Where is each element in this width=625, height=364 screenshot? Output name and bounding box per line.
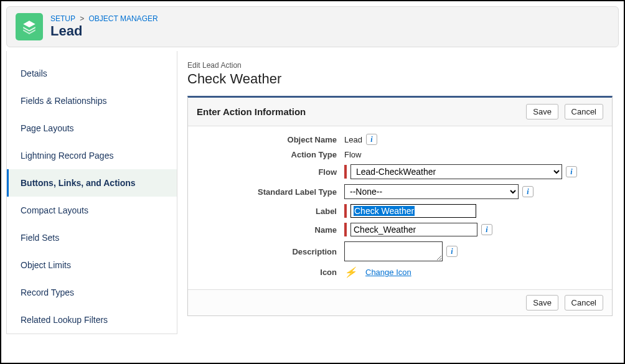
- icon-label: Icon: [198, 268, 344, 277]
- save-button-top[interactable]: Save: [526, 104, 558, 119]
- sidebar: Details Fields & Relationships Page Layo…: [6, 51, 177, 334]
- sidebar-item-compact-layouts[interactable]: Compact Layouts: [7, 197, 177, 224]
- breadcrumb: SETUP > OBJECT MANAGER: [50, 14, 158, 23]
- required-marker: [344, 165, 347, 179]
- info-icon[interactable]: i: [446, 246, 458, 257]
- breadcrumb-object-manager[interactable]: OBJECT MANAGER: [89, 14, 158, 23]
- sidebar-item-fields[interactable]: Fields & Relationships: [7, 87, 177, 114]
- name-input[interactable]: [350, 223, 477, 236]
- sidebar-item-record-types[interactable]: Record Types: [7, 279, 177, 306]
- sidebar-item-object-limits[interactable]: Object Limits: [7, 251, 177, 279]
- flow-select[interactable]: Lead-CheckWeather: [350, 164, 562, 179]
- name-label: Name: [198, 225, 344, 235]
- save-button-bottom[interactable]: Save: [526, 295, 558, 310]
- panel-footer: Save Cancel: [188, 289, 612, 315]
- action-type-label: Action Type: [198, 150, 344, 159]
- main-content: Edit Lead Action Check Weather Enter Act…: [177, 51, 619, 334]
- sidebar-item-details[interactable]: Details: [7, 60, 177, 87]
- form-body: Object Name Lead i Action Type Flow Fl: [188, 126, 612, 289]
- cancel-button-top[interactable]: Cancel: [565, 104, 603, 119]
- bolt-icon: ⚡: [344, 266, 357, 278]
- label-input-wrap: Check Weather: [350, 204, 476, 218]
- action-panel: Enter Action Information Save Cancel Obj…: [187, 96, 613, 316]
- required-marker: [344, 204, 347, 218]
- sidebar-item-buttons-links-actions[interactable]: Buttons, Links, and Actions: [7, 169, 177, 197]
- sidebar-item-page-layouts[interactable]: Page Layouts: [7, 114, 177, 142]
- label-label: Label: [198, 207, 344, 216]
- std-label-type-select[interactable]: --None--: [344, 184, 519, 199]
- object-icon: [16, 13, 43, 40]
- flow-label: Flow: [198, 167, 344, 177]
- label-input[interactable]: Check Weather: [351, 205, 476, 217]
- panel-title: Enter Action Information: [197, 106, 306, 117]
- page-header: SETUP > OBJECT MANAGER Lead: [6, 6, 619, 47]
- info-icon[interactable]: i: [481, 224, 492, 235]
- page-title: Lead: [50, 23, 158, 39]
- edit-title: Check Weather: [187, 71, 613, 87]
- required-marker: [344, 223, 347, 236]
- breadcrumb-setup[interactable]: SETUP: [50, 14, 75, 23]
- panel-header: Enter Action Information Save Cancel: [188, 98, 612, 126]
- info-icon[interactable]: i: [366, 134, 377, 145]
- info-icon[interactable]: i: [522, 186, 533, 197]
- action-type-value: Flow: [344, 150, 361, 159]
- sidebar-item-field-sets[interactable]: Field Sets: [7, 224, 177, 251]
- stack-icon: [21, 19, 37, 35]
- sidebar-item-lightning-pages[interactable]: Lightning Record Pages: [7, 142, 177, 169]
- cancel-button-bottom[interactable]: Cancel: [565, 295, 603, 310]
- info-icon[interactable]: i: [566, 166, 577, 177]
- edit-subtitle: Edit Lead Action: [187, 61, 613, 70]
- description-label: Description: [198, 247, 344, 256]
- breadcrumb-sep: >: [80, 14, 84, 23]
- std-label-type-label: Standard Label Type: [198, 187, 344, 197]
- description-input[interactable]: [344, 241, 443, 261]
- change-icon-link[interactable]: Change Icon: [365, 268, 411, 277]
- sidebar-item-related-lookup[interactable]: Related Lookup Filters: [7, 306, 177, 334]
- object-name-label: Object Name: [198, 135, 344, 144]
- object-name-value: Lead: [344, 135, 362, 144]
